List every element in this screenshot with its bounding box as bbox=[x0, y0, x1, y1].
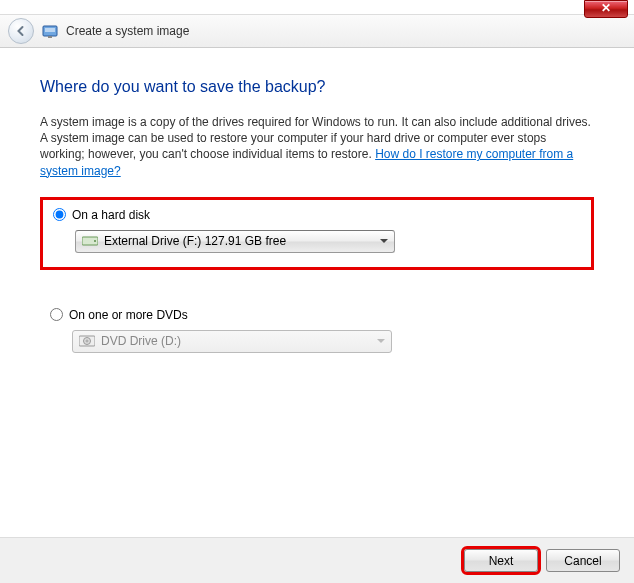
svg-point-7 bbox=[86, 340, 88, 342]
radio-hard-disk-label: On a hard disk bbox=[72, 208, 150, 222]
description-text: A system image is a copy of the drives r… bbox=[40, 114, 594, 179]
hard-drive-icon bbox=[82, 235, 98, 247]
header-bar: Create a system image bbox=[0, 14, 634, 48]
next-button[interactable]: Next bbox=[464, 549, 538, 572]
window-title: Create a system image bbox=[66, 24, 189, 38]
cancel-button[interactable]: Cancel bbox=[546, 549, 620, 572]
hard-disk-selected: External Drive (F:) 127.91 GB free bbox=[104, 234, 374, 248]
dvd-selected: DVD Drive (D:) bbox=[101, 334, 371, 348]
svg-rect-1 bbox=[45, 28, 55, 32]
page-heading: Where do you want to save the backup? bbox=[40, 78, 594, 96]
radio-hard-disk[interactable] bbox=[53, 208, 66, 221]
svg-rect-2 bbox=[48, 36, 52, 38]
dvd-drive-icon bbox=[79, 335, 95, 347]
radio-dvd-row[interactable]: On one or more DVDs bbox=[50, 308, 584, 322]
system-image-icon bbox=[42, 23, 58, 39]
chevron-down-icon bbox=[380, 239, 388, 243]
close-button[interactable]: ✕ bbox=[584, 0, 628, 18]
hard-disk-dropdown[interactable]: External Drive (F:) 127.91 GB free bbox=[75, 230, 395, 253]
option-dvd: On one or more DVDs DVD Drive (D:) bbox=[40, 300, 594, 367]
dvd-dropdown: DVD Drive (D:) bbox=[72, 330, 392, 353]
radio-dvd[interactable] bbox=[50, 308, 63, 321]
footer-bar: Next Cancel bbox=[0, 537, 634, 583]
radio-hard-disk-row[interactable]: On a hard disk bbox=[53, 208, 581, 222]
chevron-down-icon bbox=[377, 339, 385, 343]
radio-dvd-label: On one or more DVDs bbox=[69, 308, 188, 322]
back-arrow-icon bbox=[14, 24, 28, 38]
back-button[interactable] bbox=[8, 18, 34, 44]
close-icon: ✕ bbox=[601, 1, 611, 15]
option-hard-disk: On a hard disk External Drive (F:) 127.9… bbox=[40, 197, 594, 270]
svg-point-4 bbox=[94, 240, 96, 242]
